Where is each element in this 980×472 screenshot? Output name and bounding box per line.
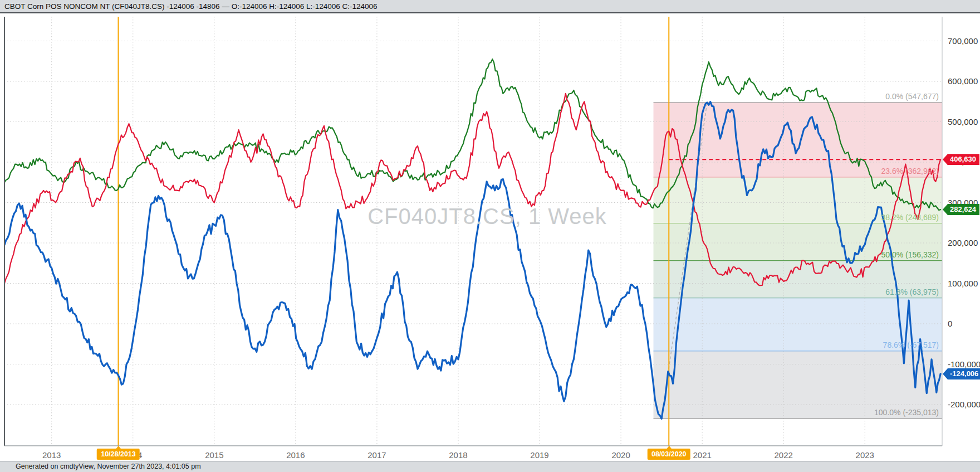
date-marker-badge-1[interactable]: 08/03/2020 xyxy=(648,449,690,460)
x-axis-year-label-2017: 2017 xyxy=(367,450,386,460)
last-price-badge-1: 282,624 xyxy=(943,204,979,215)
x-axis-year-label-2013: 2013 xyxy=(42,450,61,460)
fib-level-label-5: 78.6% (-67,517) xyxy=(883,340,939,349)
last-price-badge-0: 406,630 xyxy=(943,154,979,165)
y-axis-tick-label-9: -200,000 xyxy=(948,400,980,409)
y-axis-tick-label-6: 100,000 xyxy=(948,279,978,288)
chart-window: CBOT Corn POS NONCOM NT (CF040JT8.CS) -1… xyxy=(0,0,980,472)
y-axis-tick-label-2: 500,000 xyxy=(948,117,978,126)
last-price-badge-2: -124,006 xyxy=(943,368,980,379)
y-axis-tick-label-7: 0 xyxy=(948,319,952,328)
x-axis-year-label-2022: 2022 xyxy=(775,450,793,460)
chart-watermark: CF040JT8.CS, 1 Week xyxy=(367,204,607,229)
x-axis-year-label-2021: 2021 xyxy=(693,450,711,460)
fib-level-label-0: 0.0% (547,677) xyxy=(885,92,939,101)
fib-level-label-1: 23.6% (362,962) xyxy=(881,167,939,176)
fib-level-label-6: 100.0% (-235,013) xyxy=(874,408,939,417)
status-text: Generated on cmdtyView, November 27th 20… xyxy=(16,463,201,470)
fib-level-label-2: 38.2% (248,689) xyxy=(881,213,939,222)
x-axis-year-label-2023: 2023 xyxy=(856,450,874,460)
y-axis-tick-label-0: 700,000 xyxy=(948,36,978,46)
date-marker-notch xyxy=(115,446,121,449)
fib-level-label-3: 50.0% (156,332) xyxy=(881,250,939,259)
x-axis-year-label-2015: 2015 xyxy=(205,450,223,460)
y-axis-tick-label-5: 200,000 xyxy=(948,238,978,247)
y-axis-tick-label-1: 600,000 xyxy=(948,76,978,86)
x-axis-year-label-2016: 2016 xyxy=(286,450,305,460)
x-axis-year-label-2019: 2019 xyxy=(530,450,548,460)
x-axis-year-label-2018: 2018 xyxy=(449,450,467,460)
date-marker-notch xyxy=(666,446,672,449)
fib-level-label-4: 61.8% (63,975) xyxy=(885,288,939,296)
status-bar: Generated on cmdtyView, November 27th 20… xyxy=(0,461,980,472)
chart-plot-area[interactable] xyxy=(0,0,980,472)
y-axis-tick-label-8: -100,000 xyxy=(948,359,980,369)
x-axis-year-label-2020: 2020 xyxy=(611,450,630,460)
date-marker-badge-0[interactable]: 10/28/2013 xyxy=(97,449,140,460)
